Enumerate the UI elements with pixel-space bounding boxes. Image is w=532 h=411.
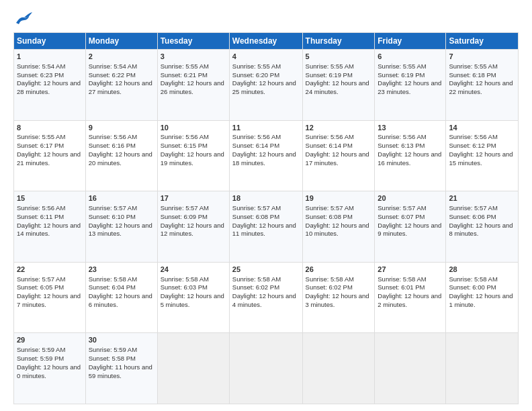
- sunset-text: Sunset: 6:14 PM: [232, 142, 300, 150]
- day-header-wednesday: Wednesday: [229, 33, 302, 50]
- sunrise-text: Sunrise: 5:58 AM: [378, 275, 443, 284]
- day-header-thursday: Thursday: [302, 33, 375, 50]
- calendar-week-5: 29Sunrise: 5:59 AMSunset: 5:59 PMDayligh…: [14, 333, 519, 404]
- daylight-text: Daylight: 12 hours and 2 minutes.: [378, 292, 443, 310]
- calendar-table: SundayMondayTuesdayWednesdayThursdayFrid…: [13, 32, 519, 404]
- sunrise-text: Sunrise: 5:59 AM: [17, 346, 83, 355]
- sunrise-text: Sunrise: 5:56 AM: [378, 133, 443, 142]
- day-number: 19: [306, 193, 372, 203]
- sunrise-text: Sunrise: 5:55 AM: [306, 62, 372, 71]
- calendar-cell: [375, 333, 446, 404]
- sunrise-text: Sunrise: 5:58 AM: [89, 275, 154, 284]
- calendar-cell: 25Sunrise: 5:58 AMSunset: 6:02 PMDayligh…: [229, 262, 302, 333]
- day-header-friday: Friday: [375, 33, 446, 50]
- day-number: 10: [161, 123, 226, 133]
- sunset-text: Sunset: 6:17 PM: [17, 142, 83, 150]
- calendar-cell: 29Sunrise: 5:59 AMSunset: 5:59 PMDayligh…: [14, 333, 86, 404]
- day-header-tuesday: Tuesday: [157, 33, 229, 50]
- sunrise-text: Sunrise: 5:59 AM: [89, 346, 154, 355]
- sunset-text: Sunset: 6:06 PM: [449, 213, 515, 222]
- sunset-text: Sunset: 6:18 PM: [449, 71, 515, 80]
- daylight-text: Daylight: 12 hours and 15 minutes.: [449, 150, 515, 168]
- daylight-text: Daylight: 12 hours and 0 minutes.: [17, 363, 83, 381]
- sunrise-text: Sunrise: 5:57 AM: [449, 204, 515, 213]
- daylight-text: Daylight: 12 hours and 6 minutes.: [89, 292, 154, 310]
- calendar-cell: 4Sunrise: 5:55 AMSunset: 6:20 PMDaylight…: [229, 50, 302, 121]
- header: [13, 11, 519, 27]
- sunrise-text: Sunrise: 5:54 AM: [17, 62, 83, 71]
- sunrise-text: Sunrise: 5:58 AM: [306, 275, 372, 284]
- day-number: 26: [306, 265, 372, 275]
- day-header-sunday: Sunday: [14, 33, 86, 50]
- day-number: 14: [449, 123, 515, 133]
- calendar-cell: 14Sunrise: 5:56 AMSunset: 6:12 PMDayligh…: [446, 120, 519, 191]
- sunset-text: Sunset: 6:08 PM: [306, 213, 372, 222]
- sunset-text: Sunset: 6:23 PM: [17, 71, 83, 80]
- daylight-text: Daylight: 12 hours and 14 minutes.: [17, 222, 83, 239]
- sunrise-text: Sunrise: 5:56 AM: [232, 133, 300, 142]
- sunset-text: Sunset: 6:11 PM: [17, 213, 83, 222]
- calendar-cell: 6Sunrise: 5:55 AMSunset: 6:19 PMDaylight…: [375, 50, 446, 121]
- daylight-text: Daylight: 12 hours and 18 minutes.: [232, 150, 300, 168]
- day-number: 1: [17, 52, 83, 62]
- sunset-text: Sunset: 5:59 PM: [17, 355, 83, 363]
- sunset-text: Sunset: 6:02 PM: [232, 283, 300, 292]
- daylight-text: Daylight: 12 hours and 17 minutes.: [306, 150, 372, 168]
- day-number: 18: [232, 193, 300, 203]
- calendar-cell: 18Sunrise: 5:57 AMSunset: 6:08 PMDayligh…: [229, 191, 302, 263]
- day-number: 2: [89, 52, 154, 62]
- daylight-text: Daylight: 12 hours and 24 minutes.: [306, 79, 372, 97]
- calendar-cell: 5Sunrise: 5:55 AMSunset: 6:19 PMDaylight…: [302, 50, 375, 121]
- day-number: 27: [378, 265, 443, 275]
- sunrise-text: Sunrise: 5:55 AM: [378, 62, 443, 71]
- sunset-text: Sunset: 6:16 PM: [89, 142, 154, 150]
- sunrise-text: Sunrise: 5:54 AM: [89, 62, 154, 71]
- day-number: 22: [17, 265, 83, 275]
- sunrise-text: Sunrise: 5:56 AM: [161, 133, 226, 142]
- calendar-week-3: 15Sunrise: 5:56 AMSunset: 6:11 PMDayligh…: [14, 191, 519, 263]
- calendar-cell: 15Sunrise: 5:56 AMSunset: 6:11 PMDayligh…: [14, 191, 86, 263]
- sunrise-text: Sunrise: 5:57 AM: [89, 204, 154, 213]
- day-number: 28: [449, 265, 515, 275]
- sunset-text: Sunset: 6:01 PM: [378, 283, 443, 292]
- calendar-cell: 17Sunrise: 5:57 AMSunset: 6:09 PMDayligh…: [157, 191, 229, 263]
- sunrise-text: Sunrise: 5:57 AM: [306, 204, 372, 213]
- sunrise-text: Sunrise: 5:55 AM: [232, 62, 300, 71]
- calendar-cell: 23Sunrise: 5:58 AMSunset: 6:04 PMDayligh…: [85, 262, 157, 333]
- daylight-text: Daylight: 12 hours and 22 minutes.: [449, 79, 515, 97]
- calendar-cell: [302, 333, 375, 404]
- day-number: 8: [17, 123, 83, 133]
- day-number: 20: [378, 193, 443, 203]
- calendar-cell: 19Sunrise: 5:57 AMSunset: 6:08 PMDayligh…: [302, 191, 375, 263]
- calendar-cell: 8Sunrise: 5:55 AMSunset: 6:17 PMDaylight…: [14, 120, 86, 191]
- calendar-cell: 28Sunrise: 5:58 AMSunset: 6:00 PMDayligh…: [446, 262, 519, 333]
- day-number: 23: [89, 265, 154, 275]
- sunrise-text: Sunrise: 5:57 AM: [378, 204, 443, 213]
- calendar-cell: 13Sunrise: 5:56 AMSunset: 6:13 PMDayligh…: [375, 120, 446, 191]
- sunrise-text: Sunrise: 5:56 AM: [449, 133, 515, 142]
- daylight-text: Daylight: 12 hours and 25 minutes.: [232, 79, 300, 97]
- sunset-text: Sunset: 5:58 PM: [89, 355, 154, 363]
- sunset-text: Sunset: 6:14 PM: [306, 142, 372, 150]
- calendar-cell: 3Sunrise: 5:55 AMSunset: 6:21 PMDaylight…: [157, 50, 229, 121]
- day-number: 12: [306, 123, 372, 133]
- daylight-text: Daylight: 12 hours and 19 minutes.: [161, 150, 226, 168]
- day-number: 13: [378, 123, 443, 133]
- daylight-text: Daylight: 12 hours and 16 minutes.: [378, 150, 443, 168]
- daylight-text: Daylight: 12 hours and 26 minutes.: [161, 79, 226, 97]
- sunset-text: Sunset: 6:08 PM: [232, 213, 300, 222]
- daylight-text: Daylight: 12 hours and 11 minutes.: [232, 222, 300, 239]
- day-number: 15: [17, 193, 83, 203]
- calendar-cell: 30Sunrise: 5:59 AMSunset: 5:58 PMDayligh…: [85, 333, 157, 404]
- calendar-week-2: 8Sunrise: 5:55 AMSunset: 6:17 PMDaylight…: [14, 120, 519, 191]
- day-number: 29: [17, 335, 83, 345]
- day-number: 24: [161, 265, 226, 275]
- daylight-text: Daylight: 12 hours and 21 minutes.: [17, 150, 83, 168]
- sunset-text: Sunset: 6:04 PM: [89, 283, 154, 292]
- calendar-cell: 24Sunrise: 5:58 AMSunset: 6:03 PMDayligh…: [157, 262, 229, 333]
- sunset-text: Sunset: 6:00 PM: [449, 283, 515, 292]
- calendar-cell: [446, 333, 519, 404]
- sunset-text: Sunset: 6:10 PM: [89, 213, 154, 222]
- daylight-text: Daylight: 12 hours and 1 minute.: [449, 292, 515, 310]
- sunrise-text: Sunrise: 5:58 AM: [232, 275, 300, 284]
